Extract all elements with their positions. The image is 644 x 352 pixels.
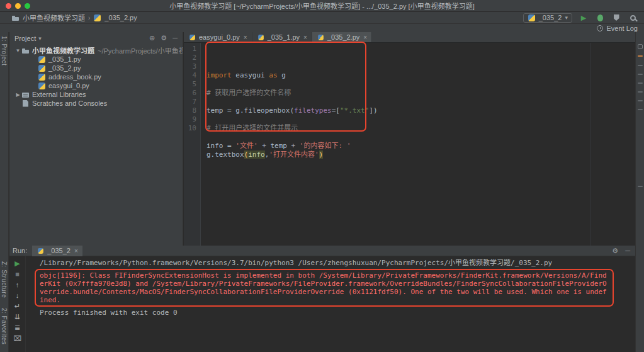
tab-_035_1[interactable]: _035_1.py × xyxy=(252,32,312,42)
debug-button[interactable] xyxy=(595,13,605,23)
soft-wrap-icon[interactable]: ↵ xyxy=(12,302,23,310)
search-icon xyxy=(630,15,636,21)
down-stack-icon[interactable]: ↓ xyxy=(12,292,23,300)
toolwindow-button-structure[interactable]: Z: Structure xyxy=(1,261,8,298)
stripe-mark[interactable] xyxy=(638,82,643,84)
code-line[interactable]: # 获取用户选择的文件名称 xyxy=(206,89,635,98)
toolbar-run-controls: _035_2 ▾ ▶ xyxy=(523,13,638,23)
python-icon xyxy=(38,247,44,254)
scratch-icon xyxy=(21,99,30,108)
search-everywhere-button[interactable] xyxy=(628,13,638,23)
locate-file-icon[interactable]: ⊕ xyxy=(149,34,155,42)
line-number: 5 xyxy=(184,80,196,89)
code-line[interactable]: g.textbox(info,'打开文件内容') xyxy=(206,150,635,159)
line-number: 9 xyxy=(184,115,196,124)
code-line[interactable]: info = '文件' + temp + '的内容如下: ' xyxy=(206,142,635,150)
stripe-mark[interactable] xyxy=(638,55,643,57)
tree-item-address_book.py[interactable]: address_book.py xyxy=(9,72,183,81)
print-icon[interactable]: ≣ xyxy=(12,324,23,332)
breadcrumb: 小甲鱼视频教学习题 › _035_2.py xyxy=(6,13,137,23)
zoom-window-button[interactable] xyxy=(25,3,30,9)
run-button[interactable]: ▶ xyxy=(579,13,589,23)
lib-icon xyxy=(21,91,30,99)
bug-icon xyxy=(597,14,603,21)
tree-item-小甲鱼视频教学习题[interactable]: ▼小甲鱼视频教学习题~/PycharmProjects/小甲鱼视频教学习题 xyxy=(9,46,183,55)
scroll-to-end-icon[interactable]: ⇊ xyxy=(12,313,23,321)
hide-panel-icon[interactable]: ─ xyxy=(172,34,178,42)
tree-item-External Libraries[interactable]: ▶External Libraries xyxy=(9,90,183,99)
window-title: 小甲鱼视频教学习题 [~/PycharmProjects/小甲鱼视频教学习题] … xyxy=(0,1,644,11)
tree-item-Scratches and Consoles[interactable]: Scratches and Consoles xyxy=(9,99,183,108)
toolwindow-button-favorites[interactable]: 2: Favorites xyxy=(1,308,8,344)
code-line[interactable]: # 打开用户选择的文件并展示 xyxy=(206,124,635,133)
project-panel-title[interactable]: Project xyxy=(14,35,36,42)
event-log-label: Event Log xyxy=(606,25,638,32)
minimize-window-button[interactable] xyxy=(15,3,21,9)
code-line[interactable] xyxy=(206,80,635,89)
run-panel-title: Run: xyxy=(13,247,27,254)
code-token: =[ xyxy=(332,106,340,115)
stop-icon[interactable]: ■ xyxy=(12,270,23,278)
tree-item-label: address_book.py xyxy=(48,73,101,81)
line-number: 4 xyxy=(184,71,196,80)
tree-toggle-icon[interactable]: ▼ xyxy=(14,48,21,54)
event-log-button[interactable]: Event Log xyxy=(597,25,638,32)
code-line[interactable] xyxy=(206,98,635,106)
clear-console-icon[interactable]: ⌧ xyxy=(12,334,23,343)
hide-panel-icon[interactable]: ─ xyxy=(625,247,630,255)
code-line[interactable]: import easygui as g xyxy=(206,71,635,80)
gear-icon[interactable]: ⚙ xyxy=(612,247,618,255)
code-token: info = xyxy=(206,142,235,150)
tree-toggle-icon[interactable]: ▶ xyxy=(14,92,21,98)
up-stack-icon[interactable]: ↑ xyxy=(12,281,23,289)
run-panel-header: Run: _035_2 × ⚙ ─ xyxy=(9,246,635,256)
tab-easygui_0[interactable]: easygui_0.py × xyxy=(184,32,252,42)
gear-icon[interactable]: ⚙ xyxy=(161,34,167,42)
toolwindow-button-project[interactable]: 1: Project xyxy=(1,36,8,65)
tab-_035_2[interactable]: _035_2.py × xyxy=(312,32,372,42)
code-token: g.textbox xyxy=(206,150,244,159)
stripe-mark[interactable] xyxy=(638,100,643,101)
rerun-icon[interactable]: ▶ xyxy=(12,259,23,268)
stripe-mark[interactable] xyxy=(638,74,643,75)
close-window-button[interactable] xyxy=(6,3,11,9)
tree-item-label: _035_2.py xyxy=(48,64,81,72)
stripe-mark[interactable] xyxy=(638,109,643,110)
folder-icon xyxy=(21,47,30,55)
close-icon[interactable]: × xyxy=(303,34,307,41)
tree-item-_035_1.py[interactable]: _035_1.py xyxy=(9,55,183,64)
code-token: info xyxy=(248,150,265,159)
code-token: temp = g.fileopenbox( xyxy=(206,106,294,115)
stripe-mark[interactable] xyxy=(638,186,643,187)
line-number: 10 xyxy=(184,124,196,133)
console-exit-line: Process finished with exit code 0 xyxy=(40,309,626,317)
python-file-icon xyxy=(317,34,324,40)
stripe-mark[interactable] xyxy=(638,65,643,66)
run-config-selector[interactable]: _035_2 ▾ xyxy=(523,13,572,23)
code-area[interactable]: import easygui as g # 获取用户选择的文件名称 temp =… xyxy=(201,43,635,246)
run-panel: Run: _035_2 × ⚙ ─ ▶■↑↓↵⇊≣⌧ /Library/Fram… xyxy=(9,246,635,352)
py-icon xyxy=(38,82,46,90)
project-panel-header: Project ▾ ⊕ ⚙ ─ xyxy=(9,32,183,44)
tree-item-label: _035_1.py xyxy=(48,55,81,63)
code-line[interactable] xyxy=(206,133,635,142)
tree-item-label: Scratches and Consoles xyxy=(32,99,107,107)
close-icon[interactable]: × xyxy=(74,247,78,254)
breadcrumb-file[interactable]: _035_2.py xyxy=(105,14,137,21)
console[interactable]: /Library/Frameworks/Python.framework/Ver… xyxy=(26,256,635,352)
code-line[interactable]: temp = g.fileopenbox(filetypes=["*.txt"]… xyxy=(206,106,635,115)
close-icon[interactable]: × xyxy=(244,34,247,41)
tree-item-easygui_0.py[interactable]: easygui_0.py xyxy=(9,81,183,90)
project-tree: ▼小甲鱼视频教学习题~/PycharmProjects/小甲鱼视频教学习题_03… xyxy=(9,44,183,108)
breadcrumb-project[interactable]: 小甲鱼视频教学习题 xyxy=(23,13,85,23)
code-line[interactable] xyxy=(206,115,635,124)
py-icon xyxy=(38,73,46,81)
stripe-mark[interactable] xyxy=(638,91,643,93)
line-number: 3 xyxy=(184,62,196,71)
run-tab-_035_2[interactable]: _035_2 × xyxy=(32,246,82,256)
python-file-icon xyxy=(257,34,264,40)
close-icon[interactable]: × xyxy=(363,34,367,41)
tree-item-_035_2.py[interactable]: _035_2.py xyxy=(9,64,183,72)
coverage-button[interactable] xyxy=(611,13,621,23)
project-folder-icon xyxy=(11,14,20,22)
